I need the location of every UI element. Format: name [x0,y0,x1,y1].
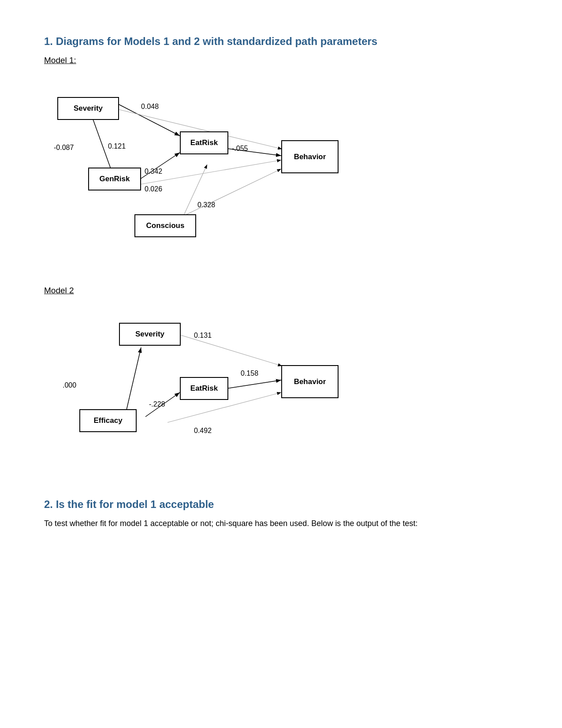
model2-behavior-box: Behavior [281,365,339,398]
model1-diagram: Severity EatRisk Behavior GenRisk Consci… [44,78,423,264]
section1-title: 1. Diagrams for Models 1 and 2 with stan… [44,35,518,48]
label-121: 0.121 [108,142,126,150]
section2-body: To test whether fit for model 1 acceptab… [44,517,518,530]
model2-severity-box: Severity [119,323,181,346]
svg-line-10 [181,335,282,366]
label-328: 0.328 [197,201,215,209]
label2-158: 0.158 [241,370,258,377]
label2-000: .000 [63,381,76,389]
label2-neg228: -.228 [149,400,165,408]
svg-line-8 [181,164,207,222]
model1-label: Model 1: [44,56,518,65]
model1-severity-box: Severity [57,97,119,120]
model1-behavior-box: Behavior [281,140,339,173]
label2-131: 0.131 [194,332,212,340]
svg-line-11 [224,380,281,389]
model1-eatrisk-box: EatRisk [180,131,228,154]
model2-efficacy-box: Efficacy [79,409,137,432]
model2-label: Model 2 [44,286,518,295]
model1-conscious-box: Conscious [134,214,196,237]
label2-492: 0.492 [194,427,212,435]
label-342: 0.342 [145,168,162,175]
label-neg087: -0.087 [54,144,74,152]
model2-arrows [44,304,423,472]
model1-genrisk-box: GenRisk [88,168,141,190]
model2-diagram: Severity EatRisk Behavior Efficacy 0.131… [44,304,423,472]
section2-title: 2. Is the fit for model 1 acceptable [44,498,518,511]
model2-eatrisk-box: EatRisk [180,377,228,400]
svg-line-12 [126,347,141,414]
label-048: 0.048 [141,103,159,111]
section2: 2. Is the fit for model 1 acceptable To … [44,498,518,530]
label-026: 0.026 [145,185,162,193]
label-neg055: -.055 [232,145,248,153]
